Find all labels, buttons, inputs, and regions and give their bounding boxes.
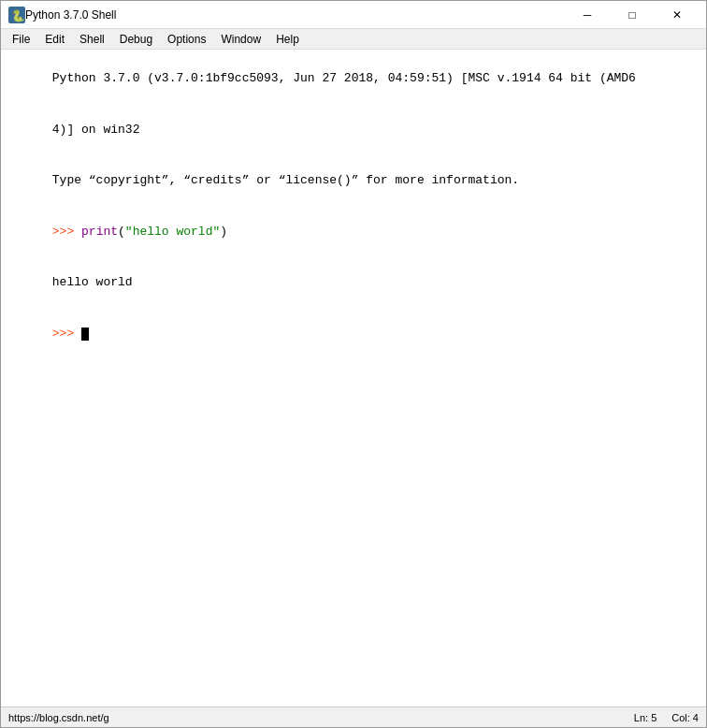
prompt-2: >>> — [52, 327, 81, 341]
shell-output[interactable]: Python 3.7.0 (v3.7.0:1bf9cc5093, Jun 27 … — [1, 50, 706, 706]
status-ln: Ln: 5 — [634, 712, 656, 723]
func-arg: "hello world" — [125, 225, 220, 239]
command-line-1: >>> print("hello world") — [8, 207, 699, 258]
status-position: Ln: 5 Col: 4 — [634, 712, 699, 723]
menu-window[interactable]: Window — [213, 31, 268, 48]
title-bar: 🐍 Python 3.7.0 Shell ─ □ ✕ — [1, 1, 706, 29]
menu-debug[interactable]: Debug — [112, 31, 160, 48]
menu-edit[interactable]: Edit — [37, 31, 72, 48]
func-name: print — [81, 225, 118, 239]
intro-line-1: Python 3.7.0 (v3.7.0:1bf9cc5093, Jun 27 … — [8, 53, 699, 105]
window-controls: ─ □ ✕ — [566, 1, 699, 29]
status-col: Col: 4 — [671, 712, 699, 723]
output-line-1: hello world — [8, 257, 699, 309]
status-url: https://blog.csdn.net/g — [8, 712, 109, 723]
menu-bar: File Edit Shell Debug Options Window Hel… — [1, 29, 706, 50]
paren-open: ( — [118, 225, 125, 239]
menu-shell[interactable]: Shell — [72, 31, 112, 48]
status-bar: https://blog.csdn.net/g Ln: 5 Col: 4 — [1, 706, 706, 727]
window-title: Python 3.7.0 Shell — [25, 8, 566, 22]
prompt-1: >>> — [52, 225, 81, 239]
menu-file[interactable]: File — [5, 31, 37, 48]
paren-close: ) — [220, 225, 227, 239]
maximize-button[interactable]: □ — [611, 1, 654, 29]
intro-line-2: 4)] on win32 — [8, 105, 699, 156]
python-icon: 🐍 — [8, 7, 25, 23]
menu-options[interactable]: Options — [160, 31, 213, 48]
menu-help[interactable]: Help — [268, 31, 307, 48]
main-window: 🐍 Python 3.7.0 Shell ─ □ ✕ File Edit She… — [0, 0, 707, 728]
intro-line-3: Type “copyright”, “credits” or “license(… — [8, 155, 699, 207]
minimize-button[interactable]: ─ — [566, 1, 609, 29]
close-button[interactable]: ✕ — [656, 1, 699, 29]
svg-text:🐍: 🐍 — [11, 8, 25, 22]
command-line-2: >>> — [8, 309, 699, 360]
cursor — [81, 328, 89, 341]
